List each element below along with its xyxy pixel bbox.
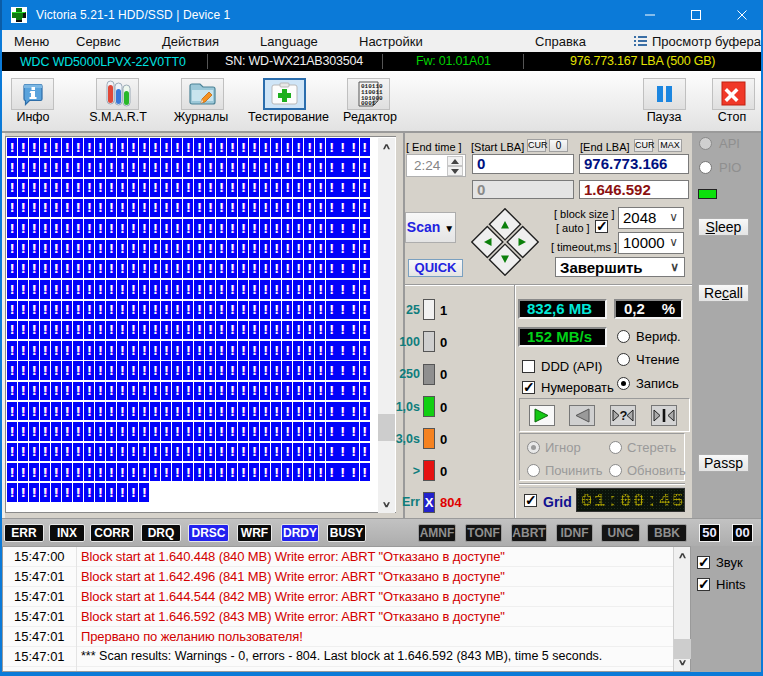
- svg-text:?: ?: [620, 408, 628, 423]
- svg-text:0001: 0001: [361, 100, 376, 107]
